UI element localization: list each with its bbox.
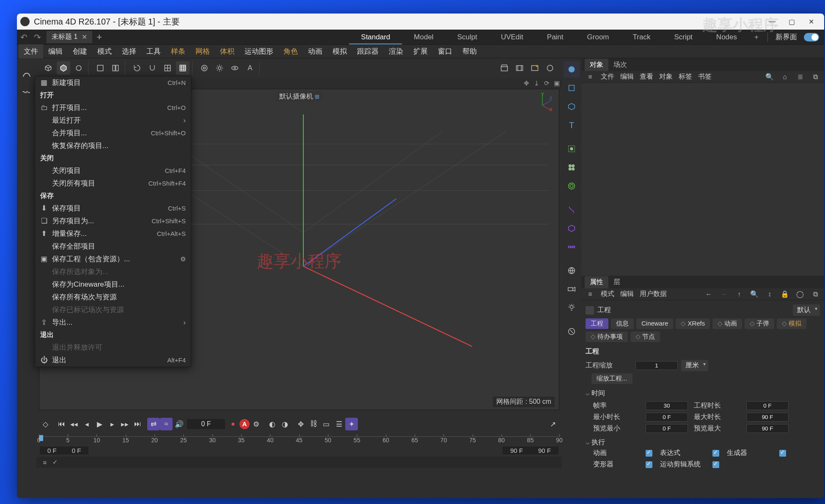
chip-xrefs[interactable]: ◇XRefs bbox=[676, 318, 710, 329]
search-icon[interactable]: 🔍 bbox=[765, 73, 774, 81]
exec-gen-check[interactable] bbox=[779, 450, 786, 457]
pmax-input[interactable] bbox=[746, 424, 789, 433]
rs-sphere-icon[interactable] bbox=[564, 61, 580, 77]
menu-spline[interactable]: 样条 bbox=[166, 44, 190, 58]
go-end-icon[interactable]: ⏭ bbox=[131, 418, 144, 430]
prev-key-icon[interactable]: ◂◂ bbox=[68, 418, 80, 430]
forward-icon[interactable]: → bbox=[719, 290, 729, 298]
key-all-icon[interactable]: ✦ bbox=[345, 418, 358, 430]
tool-spline-pen[interactable] bbox=[18, 65, 35, 82]
fps-input[interactable] bbox=[646, 401, 688, 410]
timeline-ruler[interactable]: 051015202530354045505560657075808590 0 F… bbox=[39, 436, 559, 455]
maximize-icon[interactable]: ▣ bbox=[552, 79, 562, 87]
exec-expr-check[interactable] bbox=[712, 450, 719, 457]
loop-icon[interactable]: ⇄ bbox=[147, 418, 160, 430]
object-list[interactable] bbox=[581, 83, 824, 276]
menu-sim[interactable]: 模拟 bbox=[327, 44, 352, 58]
mi-save-cineware[interactable]: 保存为Cineware项目... bbox=[35, 278, 191, 291]
mi-export[interactable]: ⇪导出...› bbox=[35, 316, 191, 329]
rs-text-icon[interactable]: T bbox=[564, 117, 580, 133]
section-exec-head[interactable]: 执行 bbox=[586, 436, 820, 449]
new-tab-button[interactable]: + bbox=[96, 32, 102, 43]
min-input[interactable] bbox=[646, 413, 688, 422]
tb-cube-icon[interactable] bbox=[41, 61, 55, 75]
mi-save-assets[interactable]: ▣保存工程（包含资源）...⚙ bbox=[35, 253, 191, 266]
fps-icon[interactable]: ≈ bbox=[160, 418, 173, 430]
tb-view-icon[interactable] bbox=[228, 61, 242, 75]
mi-quit[interactable]: ⏻退出Alt+F4 bbox=[35, 354, 191, 367]
record-icon[interactable]: ● bbox=[227, 418, 239, 430]
rs-camera-icon[interactable] bbox=[564, 281, 580, 297]
minimize-button[interactable]: — bbox=[762, 14, 782, 29]
key-pos-icon[interactable]: ◐ bbox=[266, 418, 278, 430]
key-scale-icon[interactable]: ▭ bbox=[320, 418, 333, 430]
up-icon[interactable]: ↑ bbox=[734, 290, 744, 298]
menu-volume[interactable]: 体积 bbox=[215, 44, 239, 58]
menu-file[interactable]: 文件 bbox=[19, 44, 43, 58]
menu-ext[interactable]: 扩展 bbox=[408, 44, 433, 58]
rs-effector-icon[interactable] bbox=[564, 178, 580, 194]
tb-snap-icon[interactable] bbox=[176, 61, 190, 75]
tab-objects[interactable]: 对象 bbox=[585, 59, 608, 71]
layout-tab-track[interactable]: Track bbox=[621, 30, 663, 44]
tb-render-icon[interactable] bbox=[198, 61, 211, 75]
new-icon[interactable]: ◯ bbox=[795, 290, 805, 298]
tool-wave[interactable] bbox=[18, 84, 35, 101]
tb-loop-icon[interactable] bbox=[543, 61, 557, 75]
pan-icon[interactable]: ✥ bbox=[521, 79, 531, 87]
panel-menu-icon[interactable]: ≡ bbox=[586, 73, 595, 81]
chip-bullet[interactable]: ◇子弹 bbox=[745, 318, 774, 329]
objmenu-view[interactable]: 查看 bbox=[640, 72, 653, 81]
chip-cineware[interactable]: Cineware bbox=[636, 318, 673, 329]
exec-anim-check[interactable] bbox=[646, 450, 652, 457]
mi-save-all[interactable]: 保存全部项目 bbox=[35, 240, 191, 253]
layout-tab-script[interactable]: Script bbox=[662, 30, 704, 44]
undo-button[interactable]: ↶ bbox=[17, 32, 30, 42]
range-start-b[interactable]: 0 F bbox=[64, 446, 89, 455]
menu-anim[interactable]: 动画 bbox=[303, 44, 327, 58]
chip-project[interactable]: 工程 bbox=[586, 318, 608, 329]
status-menu-icon[interactable]: ≡ bbox=[40, 459, 50, 466]
mi-merge[interactable]: 合并项目...Ctrl+Shift+O bbox=[35, 127, 191, 140]
mi-save-takes[interactable]: 保存所有场次与资源 bbox=[35, 291, 191, 304]
rs-plane-icon[interactable] bbox=[564, 80, 580, 96]
section-time-head[interactable]: 时间 bbox=[586, 387, 820, 400]
tb-layout-icon[interactable] bbox=[109, 61, 122, 75]
new-ui-toggle[interactable] bbox=[804, 33, 819, 41]
max-input[interactable] bbox=[746, 413, 789, 422]
key-param-icon[interactable]: ☰ bbox=[333, 418, 345, 430]
key-settings-icon[interactable]: ⚙ bbox=[250, 418, 262, 430]
mi-save[interactable]: ⬇保存项目Ctrl+S bbox=[35, 202, 191, 215]
objmenu-edit[interactable]: 编辑 bbox=[620, 72, 634, 81]
tb-generator-icon[interactable] bbox=[72, 61, 85, 75]
duration-input[interactable] bbox=[746, 401, 789, 410]
add-layout-button[interactable]: + bbox=[749, 30, 764, 44]
rs-scene-icon[interactable] bbox=[564, 220, 580, 236]
close-tab-icon[interactable]: ✕ bbox=[82, 33, 87, 41]
exec-def-check[interactable] bbox=[646, 461, 652, 468]
attrmenu-mode[interactable]: 模式 bbox=[601, 290, 614, 299]
mi-revert[interactable]: 恢复保存的项目... bbox=[35, 140, 191, 152]
attr-popout-icon[interactable]: ⧉ bbox=[811, 290, 820, 298]
menu-create[interactable]: 创建 bbox=[68, 44, 92, 58]
tb-frame-icon[interactable] bbox=[94, 61, 107, 75]
tab-takes[interactable]: 场次 bbox=[608, 59, 632, 71]
range-start-a[interactable]: 0 F bbox=[40, 446, 64, 455]
mi-new[interactable]: ▦新建项目Ctrl+N bbox=[35, 77, 191, 89]
tb-reset-icon[interactable] bbox=[130, 61, 144, 75]
status-check-icon[interactable]: ✓ bbox=[50, 458, 60, 466]
rs-deformer-icon[interactable] bbox=[564, 202, 580, 218]
range-end-a[interactable]: 90 F bbox=[503, 446, 531, 455]
tab-layers[interactable]: 层 bbox=[608, 276, 625, 288]
pin-icon[interactable]: ↕ bbox=[765, 290, 774, 298]
menu-char[interactable]: 角色 bbox=[278, 44, 303, 58]
axis-gizmo[interactable]: YZX bbox=[532, 93, 553, 114]
redo-button[interactable]: ↷ bbox=[30, 32, 44, 42]
menu-tracker[interactable]: 跟踪器 bbox=[352, 44, 384, 58]
layout-tab-uvedit[interactable]: UVEdit bbox=[489, 30, 535, 44]
go-start-icon[interactable]: ⏮ bbox=[55, 418, 68, 430]
next-frame-icon[interactable]: ▸ bbox=[106, 418, 118, 430]
rs-cloner-icon[interactable] bbox=[564, 159, 580, 175]
exec-mot-check[interactable] bbox=[712, 461, 719, 468]
tab-attributes[interactable]: 属性 bbox=[585, 276, 608, 288]
